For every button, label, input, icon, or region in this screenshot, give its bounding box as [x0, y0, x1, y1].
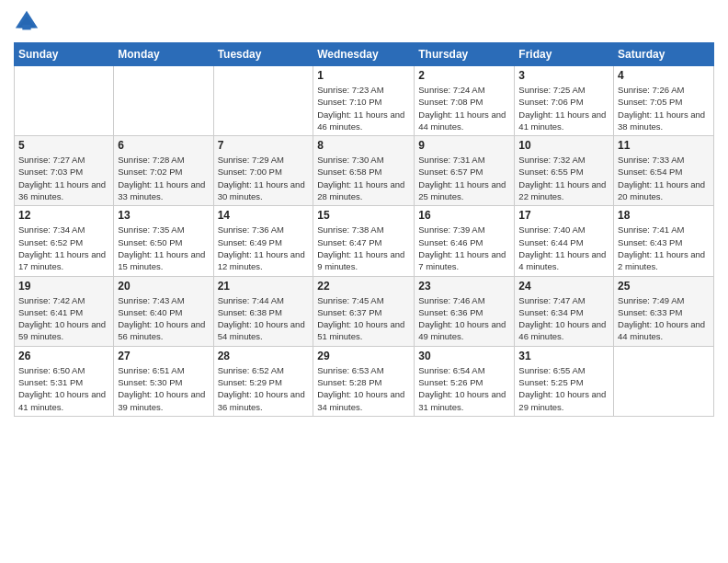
day-number: 14 [218, 209, 310, 222]
day-info: Sunrise: 7:38 AM Sunset: 6:47 PM Dayligh… [317, 224, 410, 272]
calendar-cell: 17Sunrise: 7:40 AM Sunset: 6:44 PM Dayli… [515, 206, 614, 276]
calendar-cell: 2Sunrise: 7:24 AM Sunset: 7:08 PM Daylig… [415, 66, 515, 136]
day-number: 21 [218, 280, 310, 293]
calendar-cell: 23Sunrise: 7:46 AM Sunset: 6:36 PM Dayli… [415, 276, 515, 346]
calendar-cell [614, 346, 714, 416]
day-info: Sunrise: 7:36 AM Sunset: 6:49 PM Dayligh… [218, 224, 310, 272]
day-info: Sunrise: 7:41 AM Sunset: 6:43 PM Dayligh… [618, 224, 710, 272]
day-info: Sunrise: 6:55 AM Sunset: 5:25 PM Dayligh… [518, 364, 609, 413]
day-number: 30 [418, 350, 510, 362]
calendar-cell: 28Sunrise: 6:52 AM Sunset: 5:29 PM Dayli… [213, 346, 313, 416]
day-info: Sunrise: 7:26 AM Sunset: 7:05 PM Dayligh… [618, 84, 710, 132]
calendar-cell: 31Sunrise: 6:55 AM Sunset: 5:25 PM Dayli… [515, 346, 614, 416]
calendar-cell: 3Sunrise: 7:25 AM Sunset: 7:06 PM Daylig… [515, 66, 614, 136]
day-info: Sunrise: 6:50 AM Sunset: 5:31 PM Dayligh… [18, 364, 109, 413]
calendar-cell: 21Sunrise: 7:44 AM Sunset: 6:38 PM Dayli… [213, 276, 313, 346]
day-info: Sunrise: 7:42 AM Sunset: 6:41 PM Dayligh… [18, 294, 109, 343]
day-number: 23 [418, 280, 510, 293]
calendar-cell: 11Sunrise: 7:33 AM Sunset: 6:54 PM Dayli… [614, 136, 714, 206]
calendar-header-monday: Monday [114, 43, 213, 66]
day-number: 10 [518, 139, 609, 152]
calendar-cell [213, 66, 313, 136]
day-number: 11 [618, 139, 710, 152]
calendar-cell: 24Sunrise: 7:47 AM Sunset: 6:34 PM Dayli… [515, 276, 614, 346]
calendar-cell: 10Sunrise: 7:32 AM Sunset: 6:55 PM Dayli… [515, 136, 614, 206]
day-info: Sunrise: 6:53 AM Sunset: 5:28 PM Dayligh… [317, 364, 410, 413]
day-number: 29 [317, 350, 410, 362]
day-info: Sunrise: 7:24 AM Sunset: 7:08 PM Dayligh… [418, 84, 510, 132]
calendar-header-thursday: Thursday [415, 43, 515, 66]
calendar-cell: 14Sunrise: 7:36 AM Sunset: 6:49 PM Dayli… [213, 206, 313, 276]
day-number: 3 [518, 69, 609, 82]
calendar-header-row: SundayMondayTuesdayWednesdayThursdayFrid… [15, 43, 714, 66]
calendar-week-row: 26Sunrise: 6:50 AM Sunset: 5:31 PM Dayli… [15, 346, 714, 416]
day-info: Sunrise: 7:49 AM Sunset: 6:33 PM Dayligh… [618, 294, 710, 343]
day-number: 6 [118, 139, 209, 152]
calendar-week-row: 5Sunrise: 7:27 AM Sunset: 7:03 PM Daylig… [15, 136, 714, 206]
day-info: Sunrise: 7:40 AM Sunset: 6:44 PM Dayligh… [518, 224, 609, 272]
calendar-header-sunday: Sunday [15, 43, 114, 66]
calendar-cell [15, 66, 114, 136]
day-info: Sunrise: 7:32 AM Sunset: 6:55 PM Dayligh… [518, 154, 609, 202]
day-number: 22 [317, 280, 410, 293]
calendar-cell: 19Sunrise: 7:42 AM Sunset: 6:41 PM Dayli… [15, 276, 114, 346]
calendar-header-friday: Friday [515, 43, 614, 66]
day-info: Sunrise: 7:30 AM Sunset: 6:58 PM Dayligh… [317, 154, 410, 202]
day-info: Sunrise: 7:45 AM Sunset: 6:37 PM Dayligh… [317, 294, 410, 343]
calendar-header-tuesday: Tuesday [213, 43, 313, 66]
day-number: 5 [18, 139, 109, 152]
day-info: Sunrise: 7:39 AM Sunset: 6:46 PM Dayligh… [418, 224, 510, 272]
calendar-header-wednesday: Wednesday [313, 43, 415, 66]
day-info: Sunrise: 7:27 AM Sunset: 7:03 PM Dayligh… [18, 154, 109, 202]
day-number: 1 [317, 69, 410, 82]
day-number: 17 [518, 209, 609, 222]
calendar-cell: 27Sunrise: 6:51 AM Sunset: 5:30 PM Dayli… [114, 346, 213, 416]
day-info: Sunrise: 7:25 AM Sunset: 7:06 PM Dayligh… [518, 84, 609, 132]
day-info: Sunrise: 6:51 AM Sunset: 5:30 PM Dayligh… [118, 364, 209, 413]
calendar-cell: 8Sunrise: 7:30 AM Sunset: 6:58 PM Daylig… [313, 136, 415, 206]
calendar-header-saturday: Saturday [614, 43, 714, 66]
day-number: 26 [18, 350, 109, 362]
calendar-cell: 25Sunrise: 7:49 AM Sunset: 6:33 PM Dayli… [614, 276, 714, 346]
svg-rect-2 [22, 25, 30, 30]
calendar-cell: 1Sunrise: 7:23 AM Sunset: 7:10 PM Daylig… [313, 66, 415, 136]
calendar-cell: 22Sunrise: 7:45 AM Sunset: 6:37 PM Dayli… [313, 276, 415, 346]
calendar-cell: 20Sunrise: 7:43 AM Sunset: 6:40 PM Dayli… [114, 276, 213, 346]
day-info: Sunrise: 7:31 AM Sunset: 6:57 PM Dayligh… [418, 154, 510, 202]
day-number: 2 [418, 69, 510, 82]
calendar-cell: 18Sunrise: 7:41 AM Sunset: 6:43 PM Dayli… [614, 206, 714, 276]
day-info: Sunrise: 7:34 AM Sunset: 6:52 PM Dayligh… [18, 224, 109, 272]
page: SundayMondayTuesdayWednesdayThursdayFrid… [0, 0, 728, 563]
calendar-cell: 26Sunrise: 6:50 AM Sunset: 5:31 PM Dayli… [15, 346, 114, 416]
day-number: 24 [518, 280, 609, 293]
logo [14, 9, 43, 35]
calendar-cell: 13Sunrise: 7:35 AM Sunset: 6:50 PM Dayli… [114, 206, 213, 276]
day-info: Sunrise: 7:28 AM Sunset: 7:02 PM Dayligh… [118, 154, 209, 202]
day-info: Sunrise: 7:47 AM Sunset: 6:34 PM Dayligh… [518, 294, 609, 343]
day-info: Sunrise: 7:35 AM Sunset: 6:50 PM Dayligh… [118, 224, 209, 272]
header [14, 9, 714, 35]
day-number: 27 [118, 350, 209, 362]
day-number: 16 [418, 209, 510, 222]
calendar-cell: 15Sunrise: 7:38 AM Sunset: 6:47 PM Dayli… [313, 206, 415, 276]
day-info: Sunrise: 7:46 AM Sunset: 6:36 PM Dayligh… [418, 294, 510, 343]
day-number: 13 [118, 209, 209, 222]
day-info: Sunrise: 6:52 AM Sunset: 5:29 PM Dayligh… [218, 364, 310, 413]
calendar-cell: 5Sunrise: 7:27 AM Sunset: 7:03 PM Daylig… [15, 136, 114, 206]
calendar-week-row: 12Sunrise: 7:34 AM Sunset: 6:52 PM Dayli… [15, 206, 714, 276]
day-info: Sunrise: 6:54 AM Sunset: 5:26 PM Dayligh… [418, 364, 510, 413]
calendar-week-row: 1Sunrise: 7:23 AM Sunset: 7:10 PM Daylig… [15, 66, 714, 136]
day-number: 9 [418, 139, 510, 152]
calendar-cell: 6Sunrise: 7:28 AM Sunset: 7:02 PM Daylig… [114, 136, 213, 206]
day-info: Sunrise: 7:29 AM Sunset: 7:00 PM Dayligh… [218, 154, 310, 202]
calendar-week-row: 19Sunrise: 7:42 AM Sunset: 6:41 PM Dayli… [15, 276, 714, 346]
day-number: 18 [618, 209, 710, 222]
calendar-cell: 29Sunrise: 6:53 AM Sunset: 5:28 PM Dayli… [313, 346, 415, 416]
calendar-cell: 9Sunrise: 7:31 AM Sunset: 6:57 PM Daylig… [415, 136, 515, 206]
calendar-cell: 30Sunrise: 6:54 AM Sunset: 5:26 PM Dayli… [415, 346, 515, 416]
day-info: Sunrise: 7:33 AM Sunset: 6:54 PM Dayligh… [618, 154, 710, 202]
calendar-table: SundayMondayTuesdayWednesdayThursdayFrid… [14, 42, 714, 417]
day-number: 7 [218, 139, 310, 152]
calendar-cell: 12Sunrise: 7:34 AM Sunset: 6:52 PM Dayli… [15, 206, 114, 276]
day-number: 20 [118, 280, 209, 293]
